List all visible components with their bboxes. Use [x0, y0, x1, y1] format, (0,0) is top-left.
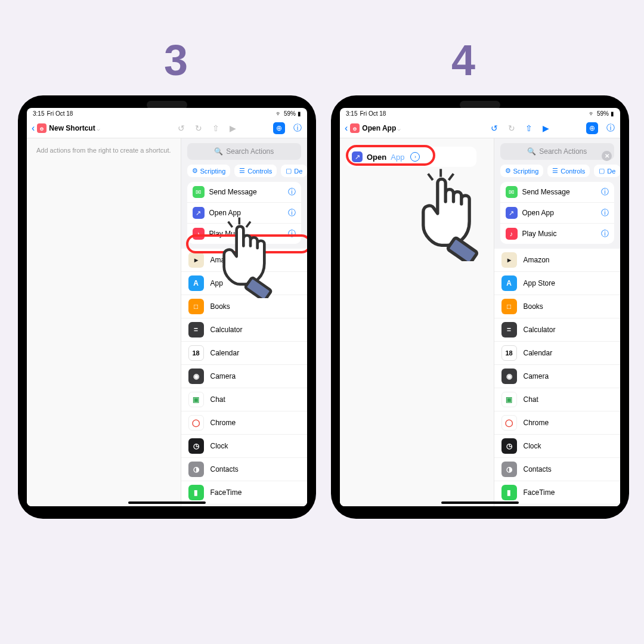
- action-block-open-app[interactable]: ↗ Open App ›: [346, 147, 476, 167]
- app-chat[interactable]: ▣Chat: [181, 388, 308, 411]
- apps-list: ▸AmazonAApp□Books=Calculator18Calendar◉C…: [181, 249, 308, 506]
- clock-icon: ◷: [188, 438, 204, 454]
- app-calculator[interactable]: =Calculator: [181, 318, 308, 342]
- app-books[interactable]: □Books: [494, 295, 621, 318]
- info-icon[interactable]: ⓘ: [601, 228, 609, 239]
- share-icon[interactable]: ⇧: [210, 123, 221, 134]
- toolbar: ‹ ⌾ Open App ⌵ ↺ ↻ ⇧ ▶ ⊕ ⓘ: [340, 119, 620, 138]
- step-number-4: 4: [451, 36, 475, 85]
- toolbar: ‹ ⌾ New Shortcut ⌵ ↺ ↻ ⇧ ▶ ⊕ ⓘ: [27, 119, 307, 138]
- share-icon[interactable]: ⇧: [524, 123, 534, 134]
- info-icon[interactable]: ⓘ: [288, 187, 296, 197]
- canvas-hint: Add actions from the right to create a s…: [36, 147, 171, 154]
- home-indicator[interactable]: [128, 501, 206, 504]
- action-play-music[interactable]: ♪Play Musicⓘ: [187, 224, 302, 244]
- search-icon: 🔍: [527, 147, 536, 156]
- disclosure-icon[interactable]: ›: [410, 152, 420, 162]
- pill-scripting[interactable]: ⚙︎Scripting: [500, 165, 544, 177]
- redo-icon: ↻: [506, 123, 516, 134]
- info-icon[interactable]: ⓘ: [288, 208, 296, 218]
- app-calendar[interactable]: 18Calendar: [181, 342, 308, 365]
- app-clock[interactable]: ◷Clock: [494, 435, 621, 458]
- info-icon[interactable]: ⓘ: [605, 123, 615, 134]
- canvas[interactable]: ↗ Open App › ✕: [340, 138, 494, 506]
- app-calendar[interactable]: 18Calendar: [494, 342, 621, 365]
- info-icon[interactable]: ⓘ: [292, 123, 302, 134]
- wifi-icon: ᯤ: [276, 110, 282, 117]
- app-contacts[interactable]: ◑Contacts: [181, 458, 308, 481]
- app-contacts[interactable]: ◑Contacts: [494, 458, 621, 481]
- action-open-app[interactable]: ↗Open Appⓘ: [500, 203, 615, 224]
- undo-icon[interactable]: ↺: [489, 123, 499, 134]
- chrome-icon: ◯: [188, 415, 204, 431]
- app-chrome[interactable]: ◯Chrome: [181, 411, 308, 435]
- chevron-down-icon[interactable]: ⌵: [397, 125, 401, 132]
- arrow-icon: ↗: [193, 207, 205, 219]
- app-calculator[interactable]: =Calculator: [494, 318, 621, 342]
- shortcut-title[interactable]: New Shortcut: [49, 124, 95, 132]
- books-icon: □: [501, 299, 517, 314]
- search-input[interactable]: 🔍Search Actions: [187, 143, 302, 160]
- search-icon: 🔍: [214, 147, 223, 156]
- play-icon[interactable]: ▶: [228, 123, 238, 134]
- search-input[interactable]: 🔍Search Actions: [500, 143, 615, 160]
- shortcut-badge-icon: ⌾: [350, 123, 360, 133]
- calendar-icon: 18: [188, 345, 204, 361]
- contacts-icon: ◑: [501, 462, 517, 477]
- slider-icon: ☰: [239, 167, 245, 175]
- ipad-step-3: 3:15Fri Oct 18 ᯤ59%▮ ‹ ⌾ New Shortcut ⌵ …: [18, 95, 316, 519]
- app-chrome[interactable]: ◯Chrome: [494, 411, 621, 435]
- books-icon: □: [188, 299, 204, 314]
- shortcut-title[interactable]: Open App: [362, 124, 396, 132]
- info-icon[interactable]: ⓘ: [601, 187, 609, 197]
- canvas[interactable]: Add actions from the right to create a s…: [27, 138, 181, 506]
- pill-de[interactable]: ▢De: [594, 165, 620, 177]
- back-button[interactable]: ‹: [345, 123, 348, 134]
- clear-action-button[interactable]: ✕: [602, 151, 612, 161]
- app-camera[interactable]: ◉Camera: [494, 365, 621, 388]
- chevron-down-icon[interactable]: ⌵: [97, 125, 100, 132]
- add-action-button[interactable]: ⊕: [273, 122, 285, 134]
- app-chat[interactable]: ▣Chat: [494, 388, 621, 411]
- app-books[interactable]: □Books: [181, 295, 308, 318]
- undo-icon: ↺: [176, 123, 186, 134]
- home-indicator[interactable]: [441, 501, 519, 504]
- app-amazon[interactable]: ▸Amazon: [494, 249, 621, 272]
- action-open-app[interactable]: ↗Open Appⓘ: [187, 203, 302, 224]
- app-app-store[interactable]: AApp: [181, 272, 308, 295]
- add-action-button[interactable]: ⊕: [586, 122, 598, 134]
- info-icon[interactable]: ⓘ: [601, 208, 609, 218]
- back-button[interactable]: ‹: [32, 123, 35, 134]
- pill-controls[interactable]: ☰Controls: [234, 165, 277, 177]
- clock-icon: ◷: [501, 438, 517, 454]
- redo-icon: ↻: [193, 123, 203, 134]
- info-icon[interactable]: ⓘ: [288, 228, 296, 239]
- play-icon[interactable]: ▶: [541, 123, 551, 134]
- pill-de[interactable]: ▢De: [281, 165, 307, 177]
- category-pills: ⚙︎Scripting☰Controls▢De: [181, 165, 308, 182]
- msg-icon: ✉︎: [506, 186, 518, 198]
- amazon-icon: ▸: [501, 252, 517, 268]
- pill-scripting[interactable]: ⚙︎Scripting: [187, 165, 231, 177]
- arrow-icon: ↗: [352, 151, 363, 162]
- app-clock[interactable]: ◷Clock: [181, 435, 308, 458]
- app-app-store[interactable]: AApp Store: [494, 272, 621, 295]
- app-store-icon: A: [188, 275, 204, 291]
- calculator-icon: =: [501, 322, 517, 338]
- app-token[interactable]: App: [391, 153, 404, 162]
- app-camera[interactable]: ◉Camera: [181, 365, 308, 388]
- app-amazon[interactable]: ▸Amazon: [181, 249, 308, 272]
- ipad-step-4: 3:15Fri Oct 18 ᯤ59%▮ ‹ ⌾ Open App ⌵ ↺ ↻ …: [331, 95, 629, 519]
- step-number-3: 3: [164, 36, 188, 85]
- facetime-icon: ▮: [501, 485, 517, 500]
- action-send-message[interactable]: ✉︎Send Messageⓘ: [187, 182, 302, 203]
- app-store-icon: A: [501, 275, 517, 291]
- action-play-music[interactable]: ♪Play Musicⓘ: [500, 224, 615, 244]
- calculator-icon: =: [188, 322, 204, 338]
- device-icon: ▢: [286, 167, 292, 175]
- pill-controls[interactable]: ☰Controls: [547, 165, 590, 177]
- gear-icon: ⚙︎: [192, 167, 198, 175]
- camera-icon: ◉: [501, 369, 517, 384]
- gear-icon: ⚙︎: [505, 167, 511, 175]
- action-send-message[interactable]: ✉︎Send Messageⓘ: [500, 182, 615, 203]
